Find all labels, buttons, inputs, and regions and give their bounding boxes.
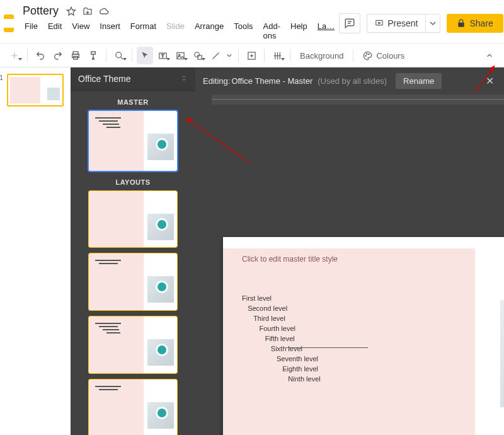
present-button[interactable]: Present xyxy=(367,14,425,33)
app-header: Pottery File Edit View Insert Format Sli… xyxy=(0,0,504,44)
star-icon[interactable] xyxy=(66,6,76,16)
background-button[interactable]: Background xyxy=(295,51,348,61)
menu-edit[interactable]: Edit xyxy=(43,20,66,42)
paint-format-button[interactable] xyxy=(85,47,101,64)
cloud-status-icon[interactable] xyxy=(99,6,109,16)
svg-point-10 xyxy=(115,52,121,57)
colours-button[interactable]: Colours xyxy=(358,51,410,61)
insert-placeholder-button[interactable] xyxy=(243,47,260,64)
menu-file[interactable]: File xyxy=(20,20,42,42)
editor-theme-name: Office Theme - Master xyxy=(231,76,312,86)
editor-prefix: Editing: xyxy=(203,76,230,86)
slide-thumbnail-1[interactable] xyxy=(7,74,64,107)
guides-button[interactable] xyxy=(269,47,285,64)
layout-thumbnail-3[interactable] xyxy=(89,316,177,373)
print-button[interactable] xyxy=(67,47,84,64)
redo-button[interactable] xyxy=(50,47,66,64)
svg-point-16 xyxy=(194,52,199,57)
line-dropdown[interactable] xyxy=(225,47,234,64)
share-label: Share xyxy=(469,18,493,28)
theme-panel: Office Theme MASTER LAYOUTS xyxy=(71,67,195,435)
menu-arrange[interactable]: Arrange xyxy=(190,20,228,42)
master-thumbnail[interactable] xyxy=(89,111,177,171)
select-tool[interactable] xyxy=(137,47,153,64)
comments-button[interactable] xyxy=(339,13,360,33)
svg-point-27 xyxy=(367,53,367,54)
line-tool[interactable] xyxy=(207,47,224,64)
image-tool[interactable] xyxy=(172,47,188,64)
present-dropdown[interactable] xyxy=(425,14,440,33)
zoom-button[interactable] xyxy=(111,47,127,64)
svg-rect-17 xyxy=(197,55,201,59)
svg-text:T: T xyxy=(161,53,164,59)
doc-title[interactable]: Pottery xyxy=(20,4,61,18)
shape-tool[interactable] xyxy=(190,47,206,64)
master-section-label: MASTER xyxy=(117,98,148,106)
svg-marker-0 xyxy=(67,7,75,15)
filmstrip: 1 xyxy=(0,67,71,435)
menu-slide[interactable]: Slide xyxy=(162,20,189,42)
menu-tools[interactable]: Tools xyxy=(229,20,257,42)
svg-point-28 xyxy=(369,54,369,54)
slide-number: 1 xyxy=(0,74,3,81)
work-area: 1 Office Theme MASTER LAYOUTS Editing: O… xyxy=(0,67,504,435)
master-body-placeholder[interactable]: First level Second level Third level Fou… xyxy=(242,294,321,384)
doc-info: Pottery File Edit View Insert Format Sli… xyxy=(20,4,339,42)
undo-button[interactable] xyxy=(32,47,49,64)
menu-help[interactable]: Help xyxy=(286,20,312,42)
toolbar: T Background Colours xyxy=(0,44,504,67)
master-image xyxy=(500,300,504,407)
svg-line-11 xyxy=(120,57,123,59)
svg-marker-4 xyxy=(379,22,381,23)
rename-button[interactable]: Rename xyxy=(396,73,442,89)
textbox-tool[interactable]: T xyxy=(154,47,171,64)
menu-format[interactable]: Format xyxy=(126,20,161,42)
master-title-placeholder[interactable]: Click to edit master title style xyxy=(242,255,338,264)
layouts-section-label: LAYOUTS xyxy=(115,178,150,186)
horizontal-ruler[interactable] xyxy=(212,95,504,105)
svg-rect-14 xyxy=(176,52,183,59)
editor-area: Editing: Office Theme - Master (Used by … xyxy=(195,67,504,435)
svg-point-26 xyxy=(365,55,366,55)
canvas[interactable]: Click to edit master title style First l… xyxy=(195,105,504,435)
theme-panel-sort-icon[interactable] xyxy=(180,74,188,84)
new-slide-button[interactable] xyxy=(6,47,23,64)
layout-thumbnail-2[interactable] xyxy=(89,253,177,310)
svg-line-18 xyxy=(212,52,219,59)
menubar: File Edit View Insert Format Slide Arran… xyxy=(20,20,339,42)
menu-insert[interactable]: Insert xyxy=(95,20,125,42)
divider-line xyxy=(286,347,368,348)
expand-toolbar-button[interactable] xyxy=(481,47,498,64)
layout-thumbnail-4[interactable] xyxy=(89,380,177,435)
colours-label: Colours xyxy=(376,51,404,61)
menu-addons[interactable]: Add-ons xyxy=(259,20,285,42)
close-master-view-button[interactable]: ✕ xyxy=(483,72,496,90)
menu-last[interactable]: La… xyxy=(313,20,339,42)
present-label: Present xyxy=(387,18,418,28)
master-slide[interactable]: Click to edit master title style First l… xyxy=(223,237,504,435)
layout-thumbnail-1[interactable] xyxy=(89,191,177,248)
editor-used-by: (Used by all slides) xyxy=(318,76,387,86)
share-button[interactable]: Share xyxy=(447,14,503,33)
theme-panel-title: Office Theme xyxy=(78,74,131,84)
menu-view[interactable]: View xyxy=(67,20,94,42)
slides-logo xyxy=(4,14,14,32)
move-icon[interactable] xyxy=(83,6,93,16)
